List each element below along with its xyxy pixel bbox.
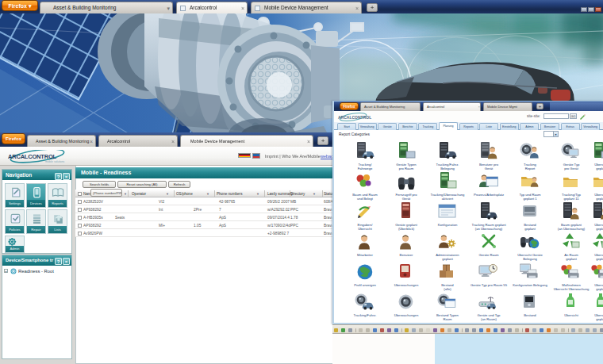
svg-text:ARCALCONTROL: ARCALCONTROL (338, 115, 371, 120)
svg-text:mobile solutions: mobile solutions (45, 160, 65, 163)
svg-text:ARCALCONTROL: ARCALCONTROL (8, 153, 57, 160)
